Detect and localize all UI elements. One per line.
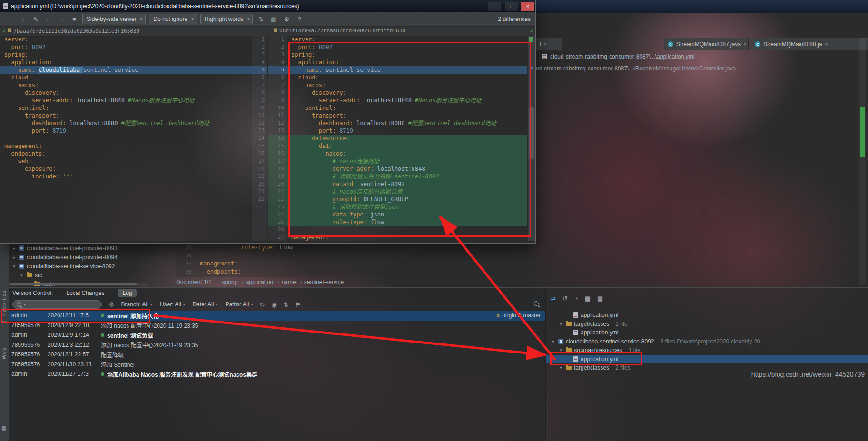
flag-icon[interactable]: ⚑ (296, 301, 301, 308)
editor-code-line[interactable]: rule-type: flow (196, 244, 536, 252)
changed-file-row[interactable]: application.yml (546, 355, 868, 364)
project-tree-row[interactable]: ▸cloudalibaba-sentinel-provider-8094 (9, 253, 178, 262)
maximize-button[interactable]: □ (505, 2, 518, 11)
right-code-line[interactable]: cloud: (287, 74, 527, 81)
settings-gear-icon[interactable]: ⚙ (282, 16, 291, 23)
right-code-line[interactable]: server-addr: localhost:8848 #Nacos服务注册中心… (287, 97, 527, 104)
right-code-line[interactable]: dashboard: localhost:8080 #配置Sentinel da… (287, 119, 527, 127)
toolwindow-web[interactable]: Web (1, 347, 7, 359)
sort-icon[interactable]: ⇅ (284, 301, 289, 308)
right-code-line[interactable]: # 读取规则文件类型json (287, 203, 527, 211)
expand-arrow-icon[interactable]: ▾ (551, 339, 556, 344)
close-tab-icon[interactable]: × (544, 42, 547, 47)
yaml-breadcrumb-item[interactable]: name: (281, 279, 302, 285)
compare-icon[interactable]: ⇄ (551, 295, 556, 302)
toolwindow-grid-icon[interactable]: ▦ (1, 425, 6, 431)
left-code-line[interactable]: application: (0, 59, 252, 66)
expand-arrow-icon[interactable]: ▾ (558, 348, 563, 353)
left-code-line[interactable]: name: cloudalibaba-sentinel-service (0, 66, 252, 74)
log-filter[interactable]: Paths: All (225, 301, 253, 308)
editor-code-line[interactable] (196, 252, 536, 260)
left-code-line[interactable]: port: 8092 (0, 43, 252, 51)
expand-arrow-icon[interactable]: ▸ (11, 246, 17, 251)
expand-arrow-icon[interactable]: ▾ (11, 264, 17, 269)
expand-arrow-icon[interactable]: ▾ (19, 273, 24, 278)
gear-icon[interactable]: ⚙ (108, 301, 115, 308)
left-code-line[interactable] (0, 188, 252, 196)
right-code-line[interactable]: datasource: (287, 135, 527, 142)
left-code-line[interactable]: management: (0, 142, 252, 150)
left-code-line[interactable]: server-addr: localhost:8848 #Nacos服务注册中心… (0, 97, 252, 104)
diff-scrollbar[interactable] (527, 36, 535, 241)
commit-row[interactable]: admin2020/12/9 17:14sentinel 测试负载 (9, 330, 545, 340)
forward-icon[interactable]: → (57, 16, 66, 23)
left-code-line[interactable]: server: (0, 36, 252, 43)
left-code-line[interactable] (0, 196, 252, 203)
log-filter[interactable]: Branch: All (121, 301, 152, 308)
editor-tab[interactable]: l× (536, 38, 562, 50)
show-details-icon[interactable]: ◉ (271, 301, 276, 308)
expand-arrow-icon[interactable]: ▾ (558, 365, 563, 370)
revert-icon[interactable]: ↺ (562, 295, 568, 302)
close-button[interactable]: × (521, 2, 534, 11)
edit-icon[interactable]: ✎ (31, 16, 40, 23)
log-filter[interactable]: User: All (160, 301, 185, 308)
scrollbar-thumb[interactable] (529, 107, 534, 159)
toolwindow-favorites[interactable]: 2: Favorites (1, 290, 7, 323)
changed-file-row[interactable]: application.yml (546, 311, 868, 320)
file-breadcrumb-1[interactable]: cloud-stream-rabbitmq-consumer-8087\...\… (542, 52, 694, 61)
right-code-line[interactable]: management: (287, 234, 527, 241)
right-code-line[interactable]: dataId: sentinel-8092 (287, 180, 527, 188)
right-code-line[interactable]: server: (287, 36, 527, 43)
editor-scrollbar[interactable] (859, 38, 866, 285)
project-tree-row[interactable]: ▾cloudalibaba-sentinel-service-8092 (9, 262, 178, 271)
right-code-line[interactable]: discovery: (287, 89, 527, 97)
commit-row[interactable]: admin2020/11/27 17:3添加Alibaba Nacos 服务注册… (9, 369, 545, 379)
right-code-line[interactable]: spring: (287, 51, 527, 59)
editor-code-line[interactable]: management: (196, 260, 536, 268)
right-code-line[interactable]: # nacos连接地址 (287, 157, 527, 165)
right-code-line[interactable]: server-addr: localhost:8848 (287, 165, 527, 173)
commit-row[interactable]: 7859595762020/12/9 22:18添加 nacos 配置中心202… (9, 321, 545, 331)
left-code-line[interactable] (0, 180, 252, 188)
history-icon[interactable]: ◔ (574, 295, 578, 302)
tab-local-changes[interactable]: Local Changes (61, 289, 109, 297)
right-code-line[interactable]: groupId: DEFAULT_GROUP (287, 196, 527, 203)
close-tab-icon[interactable]: × (825, 42, 828, 47)
log-search-input[interactable]: ▾ (12, 300, 102, 309)
help-icon[interactable]: ? (295, 16, 304, 23)
yaml-breadcrumb-item[interactable]: application: (246, 279, 280, 285)
left-code-line[interactable]: spring: (0, 51, 252, 59)
log-filter[interactable]: Date: All (193, 301, 218, 308)
right-code-line[interactable]: rule-type: flow (287, 218, 527, 226)
right-code-line[interactable] (287, 226, 527, 234)
left-code-line[interactable] (0, 135, 252, 142)
left-code-line[interactable]: endpoints: (0, 150, 252, 157)
right-code-line[interactable]: # nacos连接的分组默认值 (287, 188, 527, 196)
left-code-line[interactable]: cloud: (0, 74, 252, 81)
commit-row[interactable]: 7859595762020/12/1 22:57配置降级 (9, 350, 545, 360)
editor-code-line[interactable]: endpoints: (196, 268, 536, 276)
right-code-line[interactable]: data-type: json (287, 211, 527, 218)
project-tree-hscrollbar[interactable] (9, 283, 148, 286)
next-difference-button[interactable]: ↓ (18, 16, 28, 23)
changed-file-row[interactable]: application.yml (546, 328, 868, 337)
left-code-line[interactable]: dashboard: localhost:8080 #配置Sentinel da… (0, 119, 252, 127)
right-code-line[interactable]: # 读取配置文件的名称 sentinel-8092 (287, 173, 527, 180)
right-code-line[interactable]: port: 8092 (287, 43, 527, 51)
group-by-icon[interactable]: ▦ (585, 295, 591, 302)
right-code-line[interactable]: transport: (287, 112, 527, 119)
refresh-icon[interactable]: ↻ (259, 301, 265, 308)
left-code-line[interactable]: discovery: (0, 89, 252, 97)
yaml-breadcrumb-item[interactable]: spring: (222, 279, 244, 285)
dialog-titlebar[interactable]: application.yml (D:\work\project\2020-cl… (0, 0, 535, 12)
background-editor[interactable]: 25262728 rule-type: flowmanagement: endp… (176, 244, 536, 277)
commit-row[interactable]: 7859595762020/11/30 23:13添加 Sentinel (9, 360, 545, 370)
prev-difference-button[interactable]: ↑ (5, 16, 15, 23)
yaml-breadcrumb-item[interactable]: sentinel-service (304, 279, 346, 285)
log-find-icon[interactable] (534, 301, 539, 307)
tab-log[interactable]: Log (118, 289, 137, 297)
left-code-line[interactable]: port: 8719 (0, 127, 252, 135)
flatten-icon[interactable]: ▤ (597, 295, 603, 302)
right-code-line[interactable]: application: (287, 59, 527, 66)
